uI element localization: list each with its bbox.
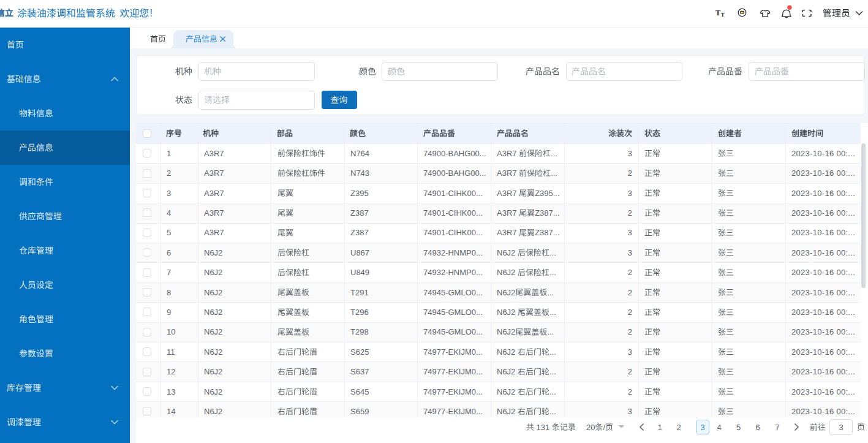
svg-text:...: ...: [549, 308, 556, 317]
svg-text:U849: U849: [350, 268, 369, 277]
svg-text:2: 2: [628, 308, 632, 317]
svg-text:74901-CIHK00...: 74901-CIHK00...: [423, 228, 483, 237]
svg-text:A3R7: A3R7: [497, 189, 517, 198]
svg-text:...: ...: [551, 149, 557, 158]
svg-text:3: 3: [700, 423, 704, 432]
svg-text:11: 11: [167, 347, 175, 357]
svg-text:2023-10-16 00:...: 2023-10-16 00:...: [791, 367, 855, 376]
svg-text:A3R7: A3R7: [497, 168, 517, 178]
svg-text:2: 2: [628, 268, 632, 277]
svg-text:3: 3: [839, 423, 843, 432]
svg-text:N6J2: N6J2: [204, 248, 222, 257]
svg-text:Z387...: Z387...: [535, 228, 559, 237]
svg-text:2: 2: [167, 168, 171, 178]
svg-text:A3R7: A3R7: [204, 189, 224, 198]
svg-text:74945-GMLO0...: 74945-GMLO0...: [423, 327, 483, 336]
svg-text:74977-EKIJM0...: 74977-EKIJM0...: [423, 387, 483, 396]
svg-text:...: ...: [547, 288, 554, 297]
svg-text:5: 5: [167, 228, 171, 237]
svg-text:14: 14: [167, 407, 175, 416]
svg-text:74901-CIHK00...: 74901-CIHK00...: [423, 189, 483, 198]
svg-text:2023-10-16 00:...: 2023-10-16 00:...: [791, 189, 855, 198]
svg-text:3: 3: [167, 189, 171, 198]
svg-text:A3R7: A3R7: [204, 228, 224, 237]
svg-text:Z395: Z395: [350, 189, 369, 198]
svg-text:74932-HNMP0...: 74932-HNMP0...: [423, 248, 483, 257]
svg-text:/: /: [603, 423, 605, 432]
svg-text:...: ...: [547, 327, 554, 336]
svg-text:N764: N764: [350, 149, 369, 158]
svg-text:N6J2: N6J2: [204, 407, 222, 416]
svg-text:N6J2: N6J2: [204, 288, 222, 297]
svg-text:7: 7: [775, 423, 779, 432]
svg-text:2: 2: [628, 387, 632, 396]
svg-text:3: 3: [628, 407, 632, 416]
svg-text:5: 5: [736, 423, 741, 432]
svg-text:N6J2: N6J2: [204, 308, 222, 317]
svg-text:12: 12: [167, 367, 175, 376]
svg-text:N6J2: N6J2: [204, 367, 222, 376]
svg-text:...: ...: [549, 268, 556, 277]
svg-text:Z387...: Z387...: [535, 208, 559, 218]
svg-text:2: 2: [628, 367, 632, 376]
svg-text:!: !: [149, 8, 152, 18]
svg-text:N6J2: N6J2: [497, 268, 515, 277]
svg-text:N6J2: N6J2: [497, 327, 515, 336]
svg-text:20: 20: [586, 423, 595, 432]
svg-text:74901-CIHK00...: 74901-CIHK00...: [423, 208, 483, 218]
svg-text:2: 2: [628, 208, 632, 218]
svg-text:A3R7: A3R7: [204, 168, 224, 178]
svg-text:N6J2: N6J2: [497, 407, 515, 416]
svg-text:Z387: Z387: [350, 228, 369, 237]
svg-text:N6J2: N6J2: [497, 387, 515, 396]
svg-text:2023-10-16 00:...: 2023-10-16 00:...: [791, 387, 855, 396]
svg-text:...: ...: [549, 347, 556, 357]
svg-text:N6J2: N6J2: [497, 288, 515, 297]
svg-text:74900-BAHG00...: 74900-BAHG00...: [423, 149, 486, 158]
svg-text:74977-EKIJM0...: 74977-EKIJM0...: [423, 347, 483, 357]
svg-text:2023-10-16 00:...: 2023-10-16 00:...: [791, 228, 855, 237]
svg-text:1: 1: [167, 149, 171, 158]
svg-text:10: 10: [167, 327, 175, 336]
svg-text:A3R7: A3R7: [204, 208, 224, 218]
svg-text:...: ...: [549, 248, 556, 257]
svg-text:8: 8: [167, 288, 171, 297]
svg-text:2023-10-16 00:...: 2023-10-16 00:...: [791, 149, 855, 158]
svg-text:2: 2: [676, 423, 681, 432]
svg-text:3: 3: [628, 228, 632, 237]
svg-text:S659: S659: [350, 407, 369, 416]
svg-text:N6J2: N6J2: [204, 347, 222, 357]
svg-text:4: 4: [167, 208, 171, 218]
svg-text:N6J2: N6J2: [497, 347, 515, 357]
svg-text:74900-BAHG00...: 74900-BAHG00...: [423, 168, 486, 178]
svg-text:T: T: [721, 12, 725, 18]
svg-text:S645: S645: [350, 387, 369, 396]
svg-text:9: 9: [167, 308, 171, 317]
svg-text:7: 7: [167, 268, 171, 277]
svg-text:...: ...: [549, 407, 556, 416]
svg-text:Z395...: Z395...: [535, 189, 559, 198]
svg-text:2023-10-16 00:...: 2023-10-16 00:...: [791, 327, 855, 336]
svg-text:T296: T296: [350, 308, 369, 317]
svg-text:T291: T291: [350, 288, 369, 297]
svg-text:2: 2: [628, 288, 632, 297]
svg-text:U867: U867: [350, 248, 369, 257]
svg-text:2023-10-16 00:...: 2023-10-16 00:...: [791, 168, 855, 178]
svg-text:74977-EKIJM0...: 74977-EKIJM0...: [423, 367, 483, 376]
svg-text:3: 3: [628, 347, 632, 357]
svg-text:T: T: [715, 9, 721, 17]
svg-text:3: 3: [628, 189, 632, 198]
svg-text:74945-GMLO0...: 74945-GMLO0...: [423, 288, 483, 297]
svg-text:N6J2: N6J2: [497, 308, 515, 317]
svg-text:N6J2: N6J2: [204, 327, 222, 336]
svg-text:T298: T298: [350, 327, 369, 336]
svg-text:2023-10-16 00:...: 2023-10-16 00:...: [791, 268, 855, 277]
svg-text:3: 3: [628, 248, 632, 257]
svg-text:A3R7: A3R7: [497, 228, 517, 237]
svg-text:N743: N743: [350, 168, 369, 178]
svg-text:N6J2: N6J2: [204, 268, 222, 277]
svg-text:74932-HNMP0...: 74932-HNMP0...: [423, 268, 483, 277]
svg-text:4: 4: [717, 423, 721, 432]
svg-text:1: 1: [657, 423, 662, 432]
svg-text:2023-10-16 00:...: 2023-10-16 00:...: [791, 347, 855, 357]
